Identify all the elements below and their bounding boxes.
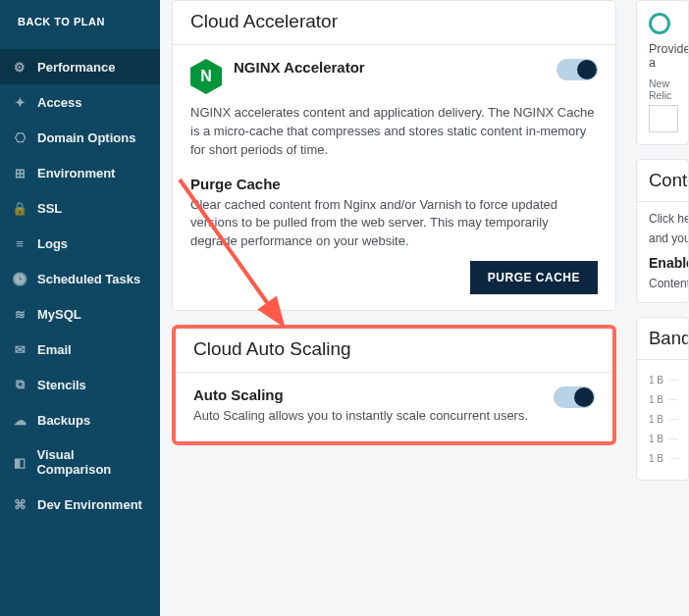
content-enable: Enable [649,255,678,271]
nav-icon: ⚙ [12,59,27,75]
sidebar-item-mysql[interactable]: ≋MySQL [0,296,160,332]
cloud-auto-scaling-title: Cloud Auto Scaling [193,338,595,360]
bandwidth-card: Bandw 1 B1 B1 B1 B1 B [636,317,689,481]
auto-scaling-description: Auto Scaling allows you to instantly sca… [193,407,542,426]
nginx-toggle[interactable] [556,59,598,80]
nav-icon: 🔒 [12,200,27,216]
nginx-accelerator-heading: NGINX Accelerator [234,59,545,76]
sidebar-item-stencils[interactable]: ⧉Stencils [0,367,160,402]
nav-icon: ☁ [12,412,27,428]
content-body-1: Click here [649,212,678,226]
cloud-auto-scaling-card: Cloud Auto Scaling Auto Scaling Auto Sca… [176,329,612,441]
sidebar-item-label: Dev Environment [37,497,142,512]
sidebar-item-environment[interactable]: ⊞Environment [0,155,160,190]
nav-icon: ⊞ [12,165,27,180]
new-relic-icon [649,13,670,34]
content-title: Conten [637,160,688,202]
nav-icon: ≡ [12,235,27,251]
auto-scaling-heading: Auto Scaling [193,386,542,403]
sidebar-item-visual-comparison[interactable]: ◧Visual Comparison [0,437,160,487]
sidebar-item-label: Stencils [37,378,86,392]
nginx-icon: N [190,59,222,94]
purge-cache-description: Clear cached content from Nginx and/or V… [190,196,598,252]
nav-icon: ✦ [12,94,27,110]
sidebar-item-backups[interactable]: ☁Backups [0,402,160,437]
nav-icon: ⌘ [12,496,27,512]
back-to-plan-link[interactable]: BACK TO PLAN [0,6,160,49]
sidebar-item-label: Visual Comparison [36,447,148,477]
nav-icon: ⎔ [12,129,27,145]
sidebar-item-email[interactable]: ✉Email [0,332,160,367]
sidebar-item-logs[interactable]: ≡Logs [0,226,160,261]
cloud-accelerator-title: Cloud Accelerator [190,11,598,32]
sidebar-item-label: Access [37,95,82,110]
sidebar-item-label: Scheduled Tasks [37,272,140,286]
sidebar-item-domain-options[interactable]: ⎔Domain Options [0,120,160,155]
bandwidth-title: Bandw [637,318,688,360]
right-column: Provide a New Relic Conten Click here an… [626,0,689,616]
sidebar: BACK TO PLAN ⚙Performance✦Access⎔Domain … [0,0,160,616]
sidebar-item-label: Domain Options [37,130,135,145]
sidebar-item-label: Backups [37,413,90,428]
nginx-description: NGINX accelerates content and applicatio… [190,104,598,160]
purge-cache-button[interactable]: PURGE CACHE [470,261,598,294]
sidebar-item-ssl[interactable]: 🔒SSL [0,190,160,226]
new-relic-label: New Relic [649,77,678,101]
nav-icon: ≋ [12,306,27,322]
sidebar-item-access[interactable]: ✦Access [0,84,160,120]
sidebar-item-label: MySQL [37,307,81,322]
sidebar-item-label: SSL [37,201,62,216]
content-card: Conten Click here and your Enable Conten… [636,159,689,303]
sidebar-item-label: Performance [37,60,115,75]
nav-icon: ✉ [12,341,27,357]
purge-cache-heading: Purge Cache [190,176,598,192]
new-relic-card: Provide a New Relic [636,0,689,145]
main-content: Cloud Accelerator N NGINX Accelerator NG… [160,0,626,616]
sidebar-item-label: Environment [37,166,115,180]
sidebar-item-dev-environment[interactable]: ⌘Dev Environment [0,487,160,522]
new-relic-input[interactable] [649,105,678,132]
content-body-2: and your [649,231,678,245]
sidebar-item-label: Email [37,342,72,357]
sidebar-item-scheduled-tasks[interactable]: 🕒Scheduled Tasks [0,261,160,296]
sidebar-item-performance[interactable]: ⚙Performance [0,49,160,84]
nav-icon: ⧉ [12,377,27,392]
auto-scaling-toggle[interactable] [554,386,595,408]
sidebar-item-label: Logs [37,236,68,251]
nav-icon: 🕒 [12,271,27,286]
highlight-box: Cloud Auto Scaling Auto Scaling Auto Sca… [172,325,616,445]
content-small: Content D [649,277,678,290]
bandwidth-ticks: 1 B1 B1 B1 B1 B [649,370,678,468]
cloud-accelerator-card: Cloud Accelerator N NGINX Accelerator NG… [172,0,616,311]
new-relic-blurb: Provide a [649,42,678,70]
nav-icon: ◧ [12,454,26,470]
